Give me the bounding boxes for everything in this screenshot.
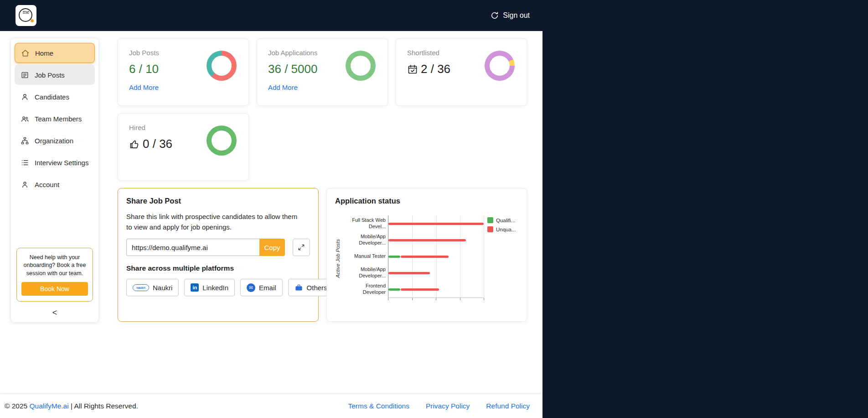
stat-card-hired: Hired 0 / 36 <box>118 113 249 181</box>
copyright-text: © 2025 QualifyMe.ai | All Rights Reserve… <box>5 402 138 410</box>
chart-category-label: Manual Tester <box>341 248 388 265</box>
chart-bar-segment <box>388 239 466 241</box>
sign-out-button[interactable]: Sign out <box>490 11 530 20</box>
share-email-button[interactable]: ✉ Email <box>240 279 283 296</box>
sidebar-item-organization[interactable]: Organization <box>15 131 95 151</box>
share-card-title: Share Job Post <box>126 197 310 205</box>
stat-value-text: 2 / 36 <box>421 62 450 76</box>
chart-bar-segment <box>401 288 439 291</box>
logout-icon <box>490 11 499 20</box>
share-job-post-card: Share Job Post Share this link with pros… <box>118 188 319 322</box>
newspaper-icon <box>20 70 29 79</box>
qualifyme-logo[interactable]: me <box>16 5 36 26</box>
share-naukri-button[interactable]: naukri Naukri <box>126 279 179 296</box>
help-text: Need help with your onboarding? Book a f… <box>24 254 86 277</box>
sidebar-item-label: Account <box>35 181 59 188</box>
application-status-chart: Active Job Posts Full Stack Web Devel...… <box>335 215 520 302</box>
book-now-button[interactable]: Book Now <box>21 282 88 296</box>
sidebar-item-label: Team Members <box>35 115 82 123</box>
sidebar-item-label: Interview Settings <box>35 159 88 167</box>
chart-category-label: Mobile/App Developer... <box>341 232 388 248</box>
chart-title: Application status <box>335 197 520 205</box>
chart-tick <box>460 298 460 300</box>
chart-bar-segment <box>388 272 430 274</box>
sidebar-collapse-button[interactable]: < <box>11 308 98 318</box>
content-area: Home Job Posts Candidates Team Members <box>0 31 542 394</box>
privacy-link[interactable]: Privacy Policy <box>426 402 470 410</box>
home-icon <box>21 48 30 57</box>
hired-donut-chart <box>207 125 237 156</box>
copyright-prefix: © 2025 <box>5 402 30 410</box>
add-more-link[interactable]: Add More <box>268 84 298 91</box>
sitemap-icon <box>20 136 29 145</box>
stat-card-job-applications: Job Applications 36 / 5000 Add More <box>257 38 388 106</box>
chart-bar-row <box>388 281 484 298</box>
expand-icon <box>298 244 305 251</box>
chart-tick <box>436 298 436 300</box>
refund-link[interactable]: Refund Policy <box>486 402 530 410</box>
legend-swatch-icon <box>487 226 493 232</box>
stat-card-job-posts: Job Posts 6 / 10 Add More <box>118 38 249 106</box>
chart-bar-row <box>388 248 484 265</box>
sidebar-item-interview-settings[interactable]: Interview Settings <box>15 152 95 172</box>
shortlisted-donut-chart <box>485 51 515 81</box>
onboarding-help-box: Need help with your onboarding? Book a f… <box>16 248 93 302</box>
briefcase-icon <box>294 283 303 292</box>
thumbs-up-icon <box>129 139 140 150</box>
chart-y-axis-label: Active Job Posts <box>335 239 341 278</box>
naukri-icon: naukri <box>133 284 149 291</box>
chart-legend: Qualifi...Unqua... <box>487 215 520 302</box>
platform-label: Others <box>307 284 327 292</box>
main-panel: Job Posts 6 / 10 Add More Job Applicatio… <box>118 38 527 322</box>
application-status-card: Application status Active Job Posts Full… <box>326 188 527 322</box>
legend-label: Qualifi... <box>496 218 515 223</box>
platform-label: Naukri <box>153 284 172 292</box>
sidebar-item-team-members[interactable]: Team Members <box>15 109 95 129</box>
linkedin-icon: in <box>191 283 199 292</box>
chart-tick <box>412 298 413 300</box>
chart-bar-row <box>388 265 484 281</box>
calendar-check-icon <box>407 64 418 75</box>
sidebar-item-account[interactable]: Account <box>15 174 95 194</box>
legend-item: Qualifi... <box>487 217 520 223</box>
stat-value-text: 0 / 36 <box>143 137 172 151</box>
job-applications-donut-chart <box>346 51 376 81</box>
legend-item: Unqua... <box>487 226 520 232</box>
list-icon <box>20 158 29 167</box>
footer-links: Terms & Conditions Privacy Policy Refund… <box>348 402 530 410</box>
brand-link[interactable]: QualifyMe.ai <box>30 402 69 410</box>
sidebar-item-label: Candidates <box>35 93 69 101</box>
copyright-suffix: | All Rights Reserved. <box>69 402 138 410</box>
job-posts-donut-chart <box>207 51 237 81</box>
terms-link[interactable]: Terms & Conditions <box>348 402 409 410</box>
people-icon <box>20 114 29 123</box>
chart-gridline <box>484 215 484 298</box>
app-window: me Sign out Home <box>0 0 542 418</box>
chart-bar-segment <box>388 223 484 225</box>
chart-tick <box>484 298 484 300</box>
sidebar-item-job-posts[interactable]: Job Posts <box>15 65 95 85</box>
chart-category-labels: Full Stack Web Devel...Mobile/App Develo… <box>341 215 388 302</box>
chart-bar-row <box>388 215 484 232</box>
chart-bar-segment <box>388 256 400 258</box>
person-icon <box>20 92 29 101</box>
expand-button[interactable] <box>293 239 310 256</box>
platform-buttons-row: naukri Naukri in LinkedIn ✉ Email <box>126 279 310 296</box>
share-url-input[interactable] <box>126 239 259 256</box>
legend-swatch-icon <box>487 217 493 223</box>
sidebar-item-home[interactable]: Home <box>15 43 95 63</box>
sidebar-item-candidates[interactable]: Candidates <box>15 87 95 107</box>
stats-row-2: Hired 0 / 36 <box>118 113 527 181</box>
chart-x-axis-ticks <box>388 298 484 302</box>
add-more-link[interactable]: Add More <box>129 84 159 91</box>
share-linkedin-button[interactable]: in LinkedIn <box>184 279 235 296</box>
platform-label: Email <box>259 284 276 292</box>
footer: © 2025 QualifyMe.ai | All Rights Reserve… <box>0 394 542 418</box>
stat-card-shortlisted: Shortlisted 2 / 36 <box>396 38 527 106</box>
share-link-row: Copy <box>126 239 310 256</box>
chart-bar-row <box>388 232 484 248</box>
chart-plot-area <box>388 215 484 298</box>
legend-label: Unqua... <box>496 227 516 232</box>
top-navbar: me Sign out <box>0 0 542 31</box>
copy-button[interactable]: Copy <box>259 239 285 256</box>
